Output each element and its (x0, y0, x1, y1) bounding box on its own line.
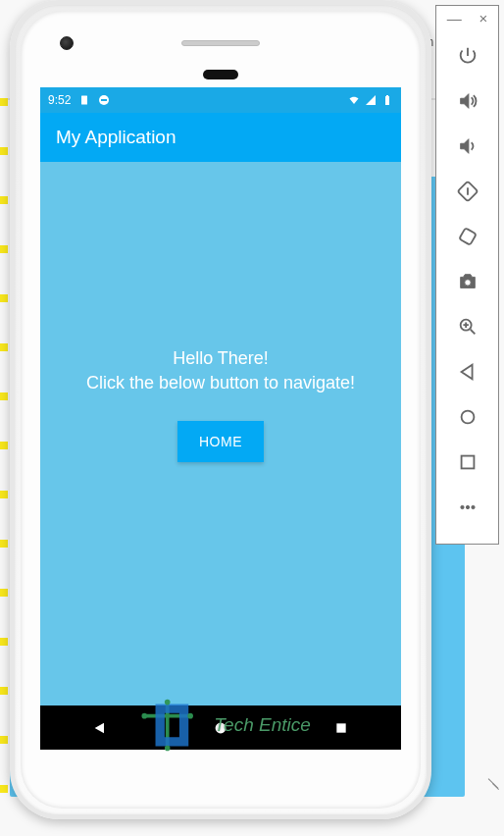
svg-rect-7 (336, 723, 345, 732)
svg-point-19 (466, 505, 469, 508)
home-button[interactable]: HOME (177, 421, 264, 462)
rotate-left-button[interactable] (436, 169, 498, 214)
wifi-icon (348, 94, 360, 106)
screenshot-button[interactable] (436, 259, 498, 304)
app-content: Hello There! Click the below button to n… (40, 162, 401, 705)
svg-rect-4 (386, 95, 388, 96)
emulator-toolbar: — × (435, 5, 499, 545)
android-nav-bar (40, 705, 401, 750)
android-status-bar: 9:52 (40, 87, 401, 113)
more-button[interactable] (436, 485, 498, 530)
app-action-bar: My Application (40, 113, 401, 162)
svg-point-6 (219, 725, 223, 729)
volume-up-button[interactable] (436, 78, 498, 124)
phone-sensor-pill (203, 70, 238, 79)
status-time: 9:52 (48, 93, 71, 107)
phone-screen: 9:52 My Application Hello There! Click t… (40, 87, 401, 750)
app-badge-icon (98, 94, 110, 106)
svg-rect-17 (461, 456, 474, 469)
close-button[interactable]: × (479, 11, 487, 26)
svg-point-16 (461, 411, 474, 424)
emu-overview-button[interactable] (436, 440, 498, 485)
nav-recents-icon[interactable] (333, 720, 349, 736)
instruction-text: Click the below button to navigate! (86, 373, 355, 393)
svg-rect-2 (101, 99, 107, 101)
svg-point-20 (471, 505, 474, 508)
nav-back-icon[interactable] (92, 720, 108, 736)
power-button[interactable] (436, 33, 498, 78)
svg-rect-0 (81, 96, 87, 105)
phone-camera (60, 36, 74, 50)
battery-icon (381, 94, 393, 106)
app-title: My Application (56, 127, 176, 148)
rotate-right-button[interactable] (436, 214, 498, 259)
svg-point-14 (464, 280, 470, 286)
emu-back-button[interactable] (436, 349, 498, 394)
cell-signal-icon (365, 94, 377, 106)
emu-home-button[interactable] (436, 394, 498, 440)
nav-home-icon[interactable] (213, 720, 228, 736)
resize-grip (483, 769, 501, 787)
svg-rect-13 (459, 228, 477, 245)
phone-speaker (181, 40, 260, 46)
volume-down-button[interactable] (436, 124, 498, 169)
zoom-button[interactable] (436, 304, 498, 349)
phone-frame: 9:52 My Application Hello There! Click t… (10, 0, 431, 819)
minimize-button[interactable]: — (447, 11, 462, 26)
svg-rect-3 (385, 96, 389, 105)
hello-text: Hello There! (173, 348, 269, 369)
notification-icon (78, 94, 90, 106)
svg-point-18 (460, 505, 463, 508)
